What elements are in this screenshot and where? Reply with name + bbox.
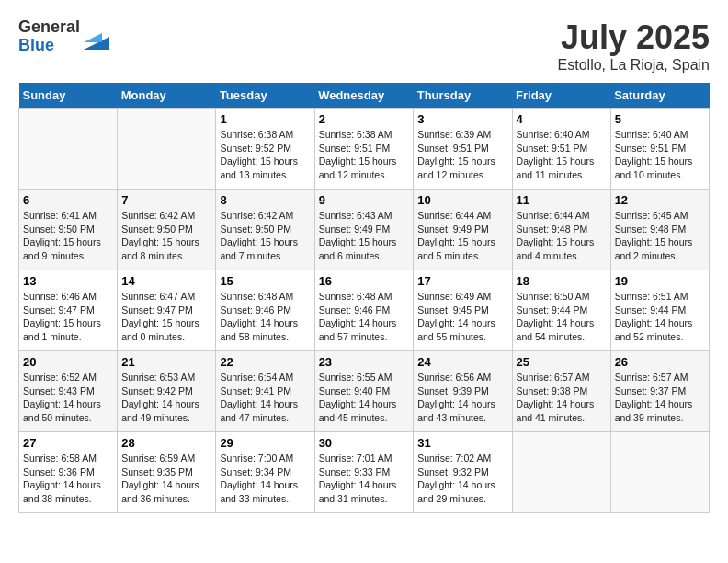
calendar-week-row: 20Sunrise: 6:52 AMSunset: 9:43 PMDayligh… (19, 351, 710, 432)
day-detail: Sunrise: 6:40 AMSunset: 9:51 PMDaylight:… (517, 128, 607, 182)
day-number: 15 (220, 274, 310, 288)
day-number: 4 (517, 112, 607, 126)
calendar-cell: 25Sunrise: 6:57 AMSunset: 9:38 PMDayligh… (512, 351, 610, 432)
day-number: 24 (417, 355, 507, 369)
calendar-cell: 19Sunrise: 6:51 AMSunset: 9:44 PMDayligh… (610, 270, 709, 351)
day-detail: Sunrise: 6:54 AMSunset: 9:41 PMDaylight:… (220, 371, 310, 425)
day-number: 23 (319, 355, 410, 369)
day-detail: Sunrise: 6:44 AMSunset: 9:48 PMDaylight:… (517, 209, 607, 263)
day-number: 8 (220, 193, 310, 207)
day-number: 18 (517, 274, 607, 288)
day-number: 19 (615, 274, 705, 288)
day-number: 11 (517, 193, 607, 207)
calendar-cell: 20Sunrise: 6:52 AMSunset: 9:43 PMDayligh… (19, 351, 118, 432)
day-number: 7 (121, 193, 211, 207)
day-detail: Sunrise: 6:58 AMSunset: 9:36 PMDaylight:… (23, 452, 113, 506)
day-number: 6 (23, 193, 113, 207)
day-detail: Sunrise: 6:39 AMSunset: 9:51 PMDaylight:… (417, 128, 507, 182)
calendar-cell: 6Sunrise: 6:41 AMSunset: 9:50 PMDaylight… (19, 190, 118, 270)
calendar-cell: 17Sunrise: 6:49 AMSunset: 9:45 PMDayligh… (414, 270, 512, 351)
day-number: 2 (319, 112, 410, 126)
location: Estollo, La Rioja, Spain (558, 57, 710, 74)
calendar-cell: 11Sunrise: 6:44 AMSunset: 9:48 PMDayligh… (512, 190, 610, 270)
logo-general-text: General (18, 18, 80, 37)
calendar-cell: 8Sunrise: 6:42 AMSunset: 9:50 PMDaylight… (216, 190, 314, 270)
day-number: 25 (517, 355, 607, 369)
day-detail: Sunrise: 6:51 AMSunset: 9:44 PMDaylight:… (615, 290, 705, 344)
day-detail: Sunrise: 7:01 AMSunset: 9:33 PMDaylight:… (319, 452, 410, 506)
col-header-sunday: Sunday (19, 83, 118, 109)
calendar-cell: 22Sunrise: 6:54 AMSunset: 9:41 PMDayligh… (216, 351, 314, 432)
calendar-cell: 30Sunrise: 7:01 AMSunset: 9:33 PMDayligh… (314, 432, 414, 513)
day-detail: Sunrise: 6:52 AMSunset: 9:43 PMDaylight:… (23, 371, 113, 425)
day-detail: Sunrise: 6:44 AMSunset: 9:49 PMDaylight:… (417, 209, 507, 263)
day-detail: Sunrise: 6:53 AMSunset: 9:42 PMDaylight:… (121, 371, 211, 425)
logo-blue-text: Blue (18, 37, 80, 55)
calendar-cell: 12Sunrise: 6:45 AMSunset: 9:48 PMDayligh… (610, 190, 709, 270)
calendar-cell: 29Sunrise: 7:00 AMSunset: 9:34 PMDayligh… (216, 432, 314, 513)
calendar-cell (19, 109, 118, 190)
calendar-cell: 10Sunrise: 6:44 AMSunset: 9:49 PMDayligh… (414, 190, 512, 270)
title-block: July 2025 Estollo, La Rioja, Spain (558, 18, 710, 74)
day-detail: Sunrise: 6:47 AMSunset: 9:47 PMDaylight:… (121, 290, 211, 344)
calendar-header-row: SundayMondayTuesdayWednesdayThursdayFrid… (19, 83, 710, 109)
calendar-cell: 21Sunrise: 6:53 AMSunset: 9:42 PMDayligh… (118, 351, 216, 432)
day-number: 20 (23, 355, 113, 369)
day-number: 22 (220, 355, 310, 369)
day-detail: Sunrise: 6:48 AMSunset: 9:46 PMDaylight:… (319, 290, 410, 344)
calendar-cell: 2Sunrise: 6:38 AMSunset: 9:51 PMDaylight… (314, 109, 414, 190)
day-number: 28 (121, 436, 211, 450)
day-detail: Sunrise: 6:59 AMSunset: 9:35 PMDaylight:… (121, 452, 211, 506)
calendar-cell: 23Sunrise: 6:55 AMSunset: 9:40 PMDayligh… (314, 351, 414, 432)
calendar-cell: 9Sunrise: 6:43 AMSunset: 9:49 PMDaylight… (314, 190, 414, 270)
day-detail: Sunrise: 6:45 AMSunset: 9:48 PMDaylight:… (615, 209, 705, 263)
calendar-cell (118, 109, 216, 190)
logo-icon (84, 24, 109, 50)
calendar-table: SundayMondayTuesdayWednesdayThursdayFrid… (18, 83, 710, 513)
day-number: 31 (417, 436, 507, 450)
logo: General Blue (18, 18, 109, 55)
day-number: 12 (615, 193, 705, 207)
day-detail: Sunrise: 6:55 AMSunset: 9:40 PMDaylight:… (319, 371, 410, 425)
day-detail: Sunrise: 6:49 AMSunset: 9:45 PMDaylight:… (417, 290, 507, 344)
day-detail: Sunrise: 6:50 AMSunset: 9:44 PMDaylight:… (517, 290, 607, 344)
calendar-cell: 31Sunrise: 7:02 AMSunset: 9:32 PMDayligh… (414, 432, 512, 513)
calendar-cell: 27Sunrise: 6:58 AMSunset: 9:36 PMDayligh… (19, 432, 118, 513)
calendar-cell: 3Sunrise: 6:39 AMSunset: 9:51 PMDaylight… (414, 109, 512, 190)
col-header-wednesday: Wednesday (314, 83, 414, 109)
day-number: 16 (319, 274, 410, 288)
day-detail: Sunrise: 6:57 AMSunset: 9:37 PMDaylight:… (615, 371, 705, 425)
day-number: 3 (417, 112, 507, 126)
calendar-week-row: 6Sunrise: 6:41 AMSunset: 9:50 PMDaylight… (19, 190, 710, 270)
calendar-week-row: 1Sunrise: 6:38 AMSunset: 9:52 PMDaylight… (19, 109, 710, 190)
col-header-thursday: Thursday (414, 83, 512, 109)
day-number: 21 (121, 355, 211, 369)
col-header-saturday: Saturday (610, 83, 709, 109)
day-number: 10 (417, 193, 507, 207)
col-header-friday: Friday (512, 83, 610, 109)
day-detail: Sunrise: 6:48 AMSunset: 9:46 PMDaylight:… (220, 290, 310, 344)
calendar-cell: 7Sunrise: 6:42 AMSunset: 9:50 PMDaylight… (118, 190, 216, 270)
calendar-cell: 5Sunrise: 6:40 AMSunset: 9:51 PMDaylight… (610, 109, 709, 190)
calendar-cell: 15Sunrise: 6:48 AMSunset: 9:46 PMDayligh… (216, 270, 314, 351)
calendar-week-row: 13Sunrise: 6:46 AMSunset: 9:47 PMDayligh… (19, 270, 710, 351)
day-number: 30 (319, 436, 410, 450)
calendar-cell: 14Sunrise: 6:47 AMSunset: 9:47 PMDayligh… (118, 270, 216, 351)
month-year: July 2025 (558, 18, 710, 57)
day-number: 1 (220, 112, 310, 126)
col-header-monday: Monday (118, 83, 216, 109)
calendar-cell (610, 432, 709, 513)
day-number: 9 (319, 193, 410, 207)
col-header-tuesday: Tuesday (216, 83, 314, 109)
calendar-cell: 4Sunrise: 6:40 AMSunset: 9:51 PMDaylight… (512, 109, 610, 190)
day-detail: Sunrise: 6:56 AMSunset: 9:39 PMDaylight:… (417, 371, 507, 425)
calendar-cell: 24Sunrise: 6:56 AMSunset: 9:39 PMDayligh… (414, 351, 512, 432)
day-number: 13 (23, 274, 113, 288)
day-number: 17 (417, 274, 507, 288)
day-detail: Sunrise: 7:00 AMSunset: 9:34 PMDaylight:… (220, 452, 310, 506)
calendar-cell: 26Sunrise: 6:57 AMSunset: 9:37 PMDayligh… (610, 351, 709, 432)
calendar-cell: 18Sunrise: 6:50 AMSunset: 9:44 PMDayligh… (512, 270, 610, 351)
day-detail: Sunrise: 6:57 AMSunset: 9:38 PMDaylight:… (517, 371, 607, 425)
calendar-week-row: 27Sunrise: 6:58 AMSunset: 9:36 PMDayligh… (19, 432, 710, 513)
calendar-cell (512, 432, 610, 513)
